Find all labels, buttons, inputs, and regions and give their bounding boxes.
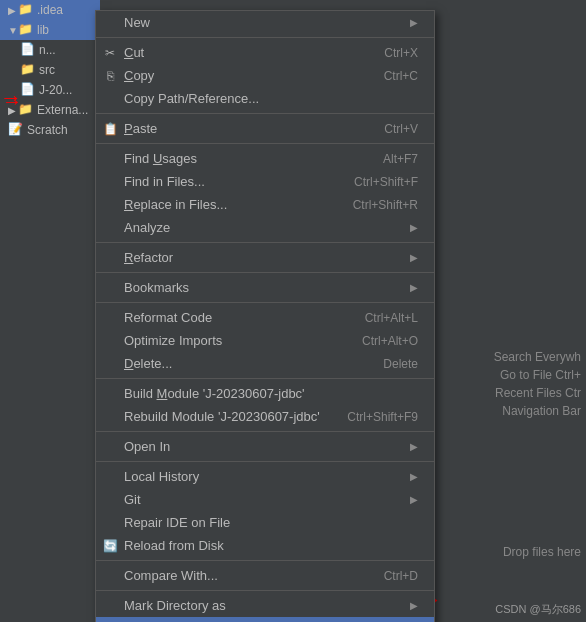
menu-item-replace-files[interactable]: Replace in Files... Ctrl+Shift+R <box>96 193 434 216</box>
menu-item-paste[interactable]: 📋 Paste Ctrl+V <box>96 117 434 140</box>
menu-item-copy[interactable]: ⎘ Copy Ctrl+C <box>96 64 434 87</box>
hint-goto-file: Go to File Ctrl+ <box>456 368 581 382</box>
menu-item-label: Reload from Disk <box>124 538 418 553</box>
shortcut: Ctrl+D <box>384 569 418 583</box>
context-menu: New ▶ ✂ Cut Ctrl+X ⎘ Copy Ctrl+C Copy Pa… <box>95 10 435 622</box>
menu-item-new[interactable]: New ▶ <box>96 11 434 34</box>
folder-icon: 📁 <box>18 2 34 18</box>
menu-item-label: Rebuild Module 'J-20230607-jdbc' <box>124 409 327 424</box>
menu-item-find-files[interactable]: Find in Files... Ctrl+Shift+F <box>96 170 434 193</box>
shortcut: Alt+F7 <box>383 152 418 166</box>
menu-item-delete[interactable]: Delete... Delete <box>96 352 434 375</box>
tree-item-lib[interactable]: ▼ 📁 lib <box>0 20 100 40</box>
hint-recent-files: Recent Files Ctr <box>456 386 581 400</box>
submenu-arrow: ▶ <box>410 17 418 28</box>
shortcut: Ctrl+Shift+F <box>354 175 418 189</box>
menu-item-rebuild-module[interactable]: Rebuild Module 'J-20230607-jdbc' Ctrl+Sh… <box>96 405 434 428</box>
menu-item-git[interactable]: Git ▶ <box>96 488 434 511</box>
menu-item-label: Open In <box>124 439 402 454</box>
submenu-arrow: ▶ <box>410 252 418 263</box>
menu-item-label: Repair IDE on File <box>124 515 418 530</box>
shortcut: Ctrl+X <box>384 46 418 60</box>
menu-item-copy-path[interactable]: Copy Path/Reference... <box>96 87 434 110</box>
menu-item-label: Build Module 'J-20230607-jdbc' <box>124 386 418 401</box>
menu-item-label: Cut <box>124 45 364 60</box>
drop-files-hint: Drop files here <box>503 545 581 559</box>
tree-label: Scratch <box>27 123 68 137</box>
menu-item-reformat[interactable]: Reformat Code Ctrl+Alt+L <box>96 306 434 329</box>
tree-label: lib <box>37 23 49 37</box>
red-annotation-arrow: → <box>0 85 22 111</box>
menu-item-label: Paste <box>124 121 364 136</box>
menu-item-local-history[interactable]: Local History ▶ <box>96 465 434 488</box>
folder-icon: 📁 <box>20 62 36 78</box>
shortcut: Ctrl+Shift+F9 <box>347 410 418 424</box>
submenu-arrow: ▶ <box>410 471 418 482</box>
menu-item-reload-disk[interactable]: 🔄 Reload from Disk <box>96 534 434 557</box>
menu-item-label: Delete... <box>124 356 363 371</box>
folder-icon: 📁 <box>18 22 34 38</box>
collapse-arrow: ▶ <box>8 5 18 16</box>
menu-item-label: Mark Directory as <box>124 598 402 613</box>
submenu-arrow: ▶ <box>410 441 418 452</box>
shortcut: Delete <box>383 357 418 371</box>
menu-item-optimize-imports[interactable]: Optimize Imports Ctrl+Alt+O <box>96 329 434 352</box>
menu-item-label: Find in Files... <box>124 174 334 189</box>
shortcut: Ctrl+Alt+O <box>362 334 418 348</box>
menu-separator <box>96 590 434 591</box>
menu-item-label: Refactor <box>124 250 402 265</box>
shortcut: Ctrl+C <box>384 69 418 83</box>
copy-icon: ⎘ <box>102 69 118 83</box>
menu-separator <box>96 272 434 273</box>
hint-panel: Search Everywh Go to File Ctrl+ Recent F… <box>456 350 586 422</box>
menu-item-find-usages[interactable]: Find Usages Alt+F7 <box>96 147 434 170</box>
menu-item-label: Copy <box>124 68 364 83</box>
submenu-arrow: ▶ <box>410 600 418 611</box>
tree-item-src[interactable]: 📁 src <box>0 60 100 80</box>
menu-separator <box>96 37 434 38</box>
shortcut: Ctrl+V <box>384 122 418 136</box>
menu-separator <box>96 560 434 561</box>
menu-separator <box>96 431 434 432</box>
menu-item-add-as-library[interactable]: Add as Library... <box>96 617 434 622</box>
reload-icon: 🔄 <box>102 539 118 553</box>
tree-item-idea[interactable]: ▶ 📁 .idea <box>0 0 100 20</box>
menu-item-label: Copy Path/Reference... <box>124 91 418 106</box>
menu-separator <box>96 302 434 303</box>
menu-item-label: Bookmarks <box>124 280 402 295</box>
menu-separator <box>96 461 434 462</box>
hint-search-everywhere: Search Everywh <box>456 350 581 364</box>
shortcut: Ctrl+Shift+R <box>353 198 418 212</box>
tree-label: .idea <box>37 3 63 17</box>
menu-item-open-in[interactable]: Open In ▶ <box>96 435 434 458</box>
collapse-arrow: ▼ <box>8 25 18 36</box>
tree-item-n[interactable]: 📄 n... <box>0 40 100 60</box>
tree-label: J-20... <box>39 83 72 97</box>
tree-item-scratch[interactable]: 📝 Scratch <box>0 120 100 140</box>
menu-separator <box>96 242 434 243</box>
menu-separator <box>96 113 434 114</box>
menu-item-label: Find Usages <box>124 151 363 166</box>
file-icon: 📄 <box>20 82 36 98</box>
menu-item-refactor[interactable]: Refactor ▶ <box>96 246 434 269</box>
tree-label: Externa... <box>37 103 88 117</box>
cut-icon: ✂ <box>102 46 118 60</box>
menu-separator <box>96 143 434 144</box>
menu-item-mark-directory[interactable]: Mark Directory as ▶ <box>96 594 434 617</box>
menu-item-analyze[interactable]: Analyze ▶ <box>96 216 434 239</box>
menu-item-build-module[interactable]: Build Module 'J-20230607-jdbc' <box>96 382 434 405</box>
tree-label: src <box>39 63 55 77</box>
file-icon: 📄 <box>20 42 36 58</box>
hint-navigation-bar: Navigation Bar <box>456 404 581 418</box>
menu-item-label: Reformat Code <box>124 310 345 325</box>
menu-item-compare-with[interactable]: Compare With... Ctrl+D <box>96 564 434 587</box>
submenu-arrow: ▶ <box>410 222 418 233</box>
menu-separator <box>96 378 434 379</box>
menu-item-label: Git <box>124 492 402 507</box>
menu-item-label: Replace in Files... <box>124 197 333 212</box>
shortcut: Ctrl+Alt+L <box>365 311 418 325</box>
menu-item-repair-ide[interactable]: Repair IDE on File <box>96 511 434 534</box>
menu-item-cut[interactable]: ✂ Cut Ctrl+X <box>96 41 434 64</box>
menu-item-bookmarks[interactable]: Bookmarks ▶ <box>96 276 434 299</box>
menu-item-label: Optimize Imports <box>124 333 342 348</box>
